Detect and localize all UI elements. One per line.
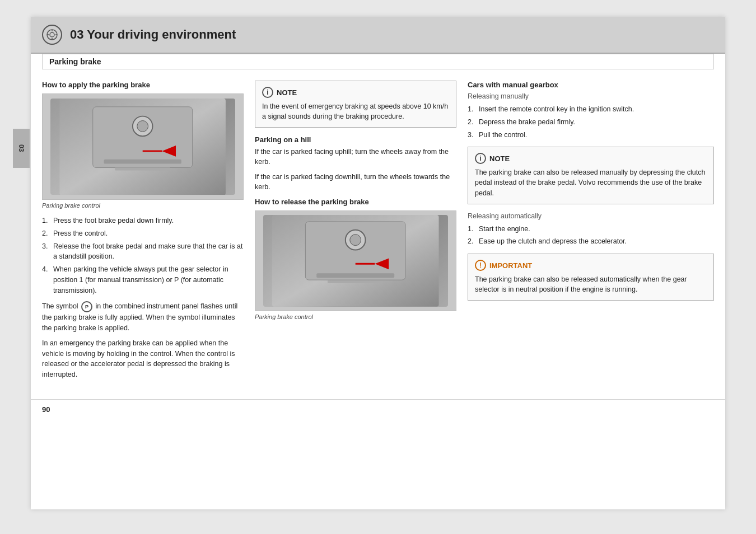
- r-manual-step-1: 1. Insert the remote control key in the …: [468, 103, 714, 116]
- left-column: How to apply the parking brake: [42, 81, 244, 382]
- content-area: How to apply the parking brake: [31, 75, 725, 394]
- note-header-2: i NOTE: [475, 153, 707, 164]
- release-image-caption: Parking brake control: [255, 313, 456, 320]
- important-label: IMPORTANT: [489, 261, 532, 270]
- r-manual-step-2-num: 2.: [468, 117, 477, 128]
- emergency-paragraph: In an emergency the parking brake can be…: [42, 338, 244, 380]
- step-3: 3. Release the foot brake pedal and make…: [42, 240, 244, 264]
- note-label-2: NOTE: [489, 154, 510, 163]
- manual-gearbox-title: Cars with manual gearbox: [468, 81, 714, 89]
- releasing-auto-subtitle: Releasing automatically: [468, 212, 714, 220]
- chapter-tab: 03: [13, 129, 30, 168]
- symbol-paragraph: The symbol P in the combined instrument …: [42, 301, 244, 334]
- page-wrapper: 03 Your driving environment 03 Parking b…: [31, 17, 725, 509]
- important-text: The parking brake can also be released a…: [475, 274, 707, 294]
- middle-column: i NOTE In the event of emergency braking…: [255, 81, 456, 382]
- svg-rect-21: [328, 280, 383, 283]
- r-manual-step-3-text: Pull the control.: [479, 130, 527, 140]
- r-auto-step-1-num: 1.: [468, 224, 477, 235]
- step-4-text: When parking the vehicle always put the …: [53, 264, 244, 296]
- important-header: ! IMPORTANT: [475, 260, 707, 271]
- note-box-2: i NOTE The parking brake can also be rel…: [468, 147, 714, 204]
- svg-rect-20: [317, 273, 395, 278]
- hill-text-2: If the car is parked facing downhill, tu…: [255, 172, 456, 192]
- note-label-1: NOTE: [277, 88, 297, 97]
- step-1-text: Press the foot brake pedal down firmly.: [53, 216, 174, 226]
- r-manual-step-3-num: 3.: [468, 130, 477, 140]
- note-icon-1: i: [262, 87, 273, 98]
- r-auto-step-2-text: Ease up the clutch and depress the accel…: [479, 236, 627, 247]
- right-column: Cars with manual gearbox Releasing manua…: [468, 81, 714, 382]
- r-manual-step-1-num: 1.: [468, 104, 477, 115]
- r-manual-step-2: 2. Depress the brake pedal firmly.: [468, 116, 714, 129]
- step-1-num: 1.: [42, 216, 51, 226]
- svg-rect-13: [115, 167, 171, 170]
- releasing-auto-list: 1. Start the engine. 2. Ease up the clut…: [468, 223, 714, 249]
- note-text-2: The parking brake can also be released m…: [475, 167, 707, 198]
- svg-rect-12: [104, 159, 181, 163]
- releasing-manually-subtitle: Releasing manually: [468, 92, 714, 100]
- para1-prefix: The symbol: [42, 303, 78, 311]
- note-box-1: i NOTE In the event of emergency braking…: [255, 81, 456, 128]
- r-manual-step-1-text: Insert the remote control key in the ign…: [479, 104, 634, 115]
- apply-image-caption: Parking brake control: [42, 202, 244, 209]
- note-header-1: i NOTE: [262, 87, 449, 98]
- r-auto-step-2-num: 2.: [468, 236, 477, 247]
- apply-brake-title: How to apply the parking brake: [42, 81, 244, 89]
- release-brake-image: [255, 210, 456, 311]
- hill-title: Parking on a hill: [255, 135, 456, 144]
- page-footer: 90: [31, 399, 725, 419]
- page-title: 03 Your driving environment: [70, 27, 236, 42]
- svg-point-17: [350, 235, 361, 246]
- step-2-num: 2.: [42, 228, 51, 239]
- p-symbol-icon: P: [81, 301, 92, 312]
- step-4-num: 4.: [42, 264, 51, 296]
- r-auto-step-2: 2. Ease up the clutch and depress the ac…: [468, 235, 714, 248]
- svg-point-1: [50, 32, 54, 37]
- releasing-manually-list: 1. Insert the remote control key in the …: [468, 103, 714, 141]
- r-auto-step-1: 1. Start the engine.: [468, 223, 714, 236]
- step-3-text: Release the foot brake pedal and make su…: [53, 241, 244, 263]
- r-manual-step-2-text: Depress the brake pedal firmly.: [479, 117, 575, 128]
- chapter-icon: [42, 25, 62, 45]
- r-auto-step-1-text: Start the engine.: [479, 224, 530, 235]
- step-3-num: 3.: [42, 241, 51, 263]
- note-icon-2: i: [475, 153, 486, 164]
- step-4: 4. When parking the vehicle always put t…: [42, 263, 244, 297]
- r-manual-step-3: 3. Pull the control.: [468, 129, 714, 142]
- important-icon: !: [475, 260, 486, 271]
- release-image-inner: [263, 215, 447, 307]
- important-box: ! IMPORTANT The parking brake can also b…: [468, 254, 714, 301]
- svg-point-9: [137, 120, 148, 132]
- step-2-text: Press the control.: [53, 228, 108, 239]
- apply-steps-list: 1. Press the foot brake pedal down firml…: [42, 214, 244, 297]
- hill-text-1: If the car is parked facing uphill; turn…: [255, 147, 456, 167]
- section-title: Parking brake: [42, 54, 714, 69]
- page-number: 90: [42, 405, 50, 414]
- parking-brake-image: [42, 93, 244, 200]
- step-1: 1. Press the foot brake pedal down firml…: [42, 214, 244, 227]
- release-title: How to release the parking brake: [255, 198, 456, 206]
- page-header: 03 Your driving environment: [31, 17, 725, 54]
- step-2: 2. Press the control.: [42, 227, 244, 240]
- note-text-1: In the event of emergency braking at spe…: [262, 101, 449, 121]
- image-inner: [50, 99, 235, 195]
